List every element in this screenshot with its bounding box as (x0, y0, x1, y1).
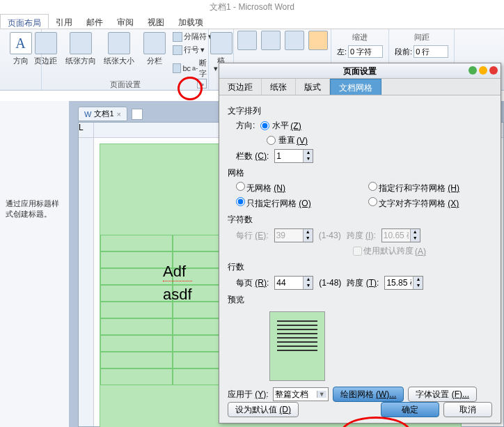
spacing-before-label: 段前: (395, 47, 412, 57)
size-label: 纸张大小 (104, 56, 134, 66)
columns-button[interactable]: 分栏 (141, 31, 168, 79)
preview-box (269, 311, 325, 381)
line-pitch-spinner[interactable]: ▲▼ (384, 276, 423, 290)
margins-icon (35, 32, 57, 54)
page-setup-dialog-launcher[interactable]: ↘ (197, 79, 207, 88)
columns-label: 分栏 (147, 56, 162, 66)
line-num-icon (173, 45, 182, 55)
doc-line-2: asdf (163, 286, 192, 304)
per-line-label: 每行 (E): (236, 230, 269, 242)
per-line-range: (1-43) (319, 231, 341, 240)
ribbon-tabs: 页面布局 引用 邮件 审阅 视图 加载项 (0, 14, 504, 29)
margins-button[interactable]: 页边距 (32, 31, 60, 79)
new-doc-icon[interactable] (132, 109, 143, 120)
nav-pane: 通过应用标题样式创建标题。 (0, 101, 70, 427)
direction-label: 方向: (236, 120, 255, 132)
dialog-tabs: 页边距 纸张 版式 文档网格 (219, 79, 501, 95)
text-direction-icon: A (10, 32, 32, 54)
document-tab[interactable]: W文档1× (78, 107, 127, 121)
tab-document-grid[interactable]: 文档网格 (330, 79, 381, 95)
size-icon (108, 32, 130, 54)
window-title: 文档1 - Microsoft Word (0, 0, 504, 14)
dialog-title: 页面设置 (219, 63, 501, 79)
indent-title: 缩进 (352, 32, 368, 42)
close-button[interactable] (489, 66, 498, 75)
breaks-icon (173, 32, 182, 42)
border-icon[interactable] (261, 31, 281, 50)
tab-review[interactable]: 审阅 (110, 14, 141, 29)
breaks-label: 分隔符 (184, 31, 207, 42)
orientation-label: 纸张方向 (65, 56, 96, 66)
char-pitch-spinner: ▲▼ (381, 228, 420, 242)
draw-grid-button[interactable]: 绘图网格 (W)... (333, 387, 404, 402)
radio-no-grid[interactable]: 无网格 (N) (236, 182, 360, 194)
radio-horizontal[interactable]: 水平 (Z) (260, 120, 301, 132)
watermark-icon (210, 32, 233, 54)
apply-to-label: 应用于 (Y): (228, 389, 269, 401)
ruler-vertical[interactable] (79, 138, 94, 426)
page-setup-group-label: 页面设置 (110, 79, 141, 91)
tab-margins[interactable]: 页边距 (219, 79, 262, 95)
radio-char-grid[interactable]: 指定行和字符网格 (H) (368, 182, 492, 194)
pagecolor-icon[interactable] (237, 31, 257, 50)
per-page-range: (1-48) (319, 278, 341, 288)
line-pitch-label: 跨度 (T): (347, 277, 379, 289)
tab-page-layout[interactable]: 页面布局 (0, 14, 49, 29)
grid-section: 网格 (228, 167, 492, 179)
tab-references[interactable]: 引用 (49, 14, 79, 29)
tab-layout[interactable]: 版式 (296, 79, 330, 95)
minimize-button[interactable] (468, 66, 477, 75)
radio-vertical[interactable]: 垂直 (V) (267, 134, 308, 146)
spacing-before-input[interactable] (414, 45, 448, 58)
orientation-icon (70, 32, 92, 54)
tab-view[interactable]: 视图 (141, 14, 171, 29)
document-tab-close[interactable]: × (117, 110, 121, 118)
document-text[interactable]: Adf asdf (163, 263, 192, 304)
lines-section: 行数 (228, 261, 492, 273)
page-setup-dialog: 页面设置 页边距 纸张 版式 文档网格 文字排列 方向: 水平 (Z) 垂直 (… (219, 63, 501, 424)
preview-label: 预览 (228, 294, 492, 306)
set-default-button[interactable]: 设为默认值 (D) (228, 402, 299, 417)
apply-to-select[interactable]: 整篇文档▼ (273, 387, 329, 401)
radio-line-grid[interactable]: 只指定行网格 (O) (236, 197, 360, 210)
line-num-label: 行号 (184, 45, 199, 55)
cancel-button[interactable]: 取消 (443, 402, 492, 417)
margins-label: 页边距 (34, 56, 57, 66)
indent-left-label: 左: (337, 47, 347, 57)
text-direction-section: 文字排列 (228, 105, 492, 117)
hyphen-icon (173, 63, 181, 73)
theme-icon[interactable] (308, 31, 328, 50)
orientation-button[interactable]: 纸张方向 (64, 31, 98, 79)
ok-button[interactable]: 确定 (381, 402, 439, 417)
per-line-spinner: ▲▼ (274, 228, 313, 242)
effects-icon[interactable] (285, 31, 304, 50)
text-direction-label: 方向 (13, 56, 29, 66)
columns-spinner[interactable]: ▲▼ (274, 149, 313, 163)
char-pitch-label: 跨度 (I): (347, 230, 376, 242)
tab-mailings[interactable]: 邮件 (79, 14, 110, 29)
ruler-corner: L (79, 123, 94, 138)
chars-section: 字符数 (228, 214, 492, 226)
spacing-title: 间距 (414, 32, 430, 42)
per-page-spinner[interactable]: ▲▼ (274, 276, 313, 290)
columns-icon (143, 32, 166, 54)
maximize-button[interactable] (479, 66, 487, 75)
nav-pane-text: 通过应用标题样式创建标题。 (6, 199, 63, 219)
tab-addins[interactable]: 加载项 (171, 14, 210, 29)
doc-line-1: Adf (163, 263, 192, 281)
document-tab-label: 文档1 (94, 109, 113, 119)
radio-align-grid[interactable]: 文字对齐字符网格 (X) (368, 197, 492, 210)
size-button[interactable]: 纸张大小 (102, 31, 136, 79)
tab-paper[interactable]: 纸张 (262, 79, 296, 95)
font-settings-button[interactable]: 字体设置 (F)... (408, 387, 477, 402)
indent-left-input[interactable] (348, 45, 383, 58)
per-page-label: 每页 (R): (236, 277, 269, 289)
use-default-pitch-checkbox: 使用默认跨度 (A) (353, 245, 426, 257)
columns-count-label: 栏数 (C): (236, 150, 269, 162)
dialog-body: 文字排列 方向: 水平 (Z) 垂直 (V) 栏数 (C): ▲▼ 网格 无网格… (219, 95, 501, 407)
text-direction-button[interactable]: A 方向 (7, 31, 35, 68)
